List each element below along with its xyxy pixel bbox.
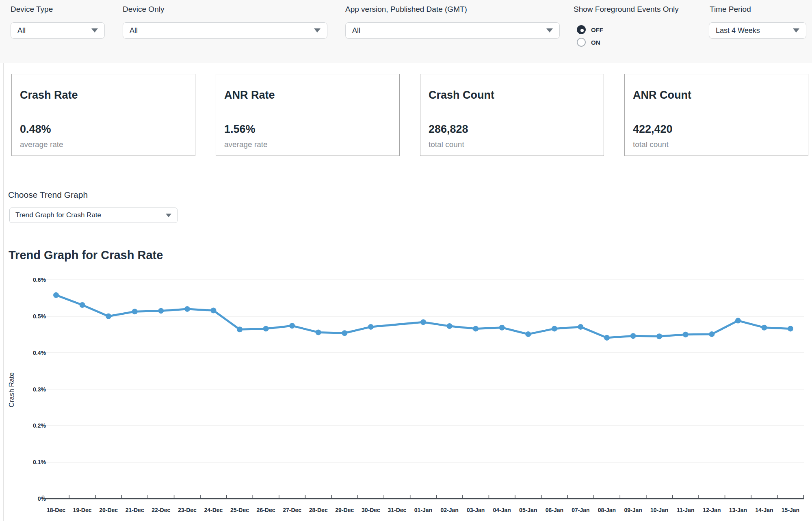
filter-bar: Device Type All Device Only All App vers… xyxy=(0,0,812,63)
y-tick-label: 0.6% xyxy=(33,277,46,283)
card-value: 1.56% xyxy=(224,123,256,136)
card-subtitle: total count xyxy=(429,140,464,149)
data-point[interactable] xyxy=(368,324,374,330)
x-tick-label: 22-Dec xyxy=(152,507,170,513)
data-point[interactable] xyxy=(158,308,164,313)
x-tick-label: 29-Dec xyxy=(335,507,354,513)
chevron-down-icon xyxy=(793,28,799,32)
card-title: Crash Rate xyxy=(20,89,78,102)
y-tick-label: 0.1% xyxy=(33,459,46,465)
x-tick-label: 19-Dec xyxy=(73,507,92,513)
x-tick-label: 02-Jan xyxy=(440,507,458,513)
data-point[interactable] xyxy=(80,302,85,308)
data-point[interactable] xyxy=(683,332,689,337)
data-point[interactable] xyxy=(263,326,269,331)
data-point[interactable] xyxy=(761,325,767,331)
foreground-on-radio[interactable]: ON xyxy=(577,38,600,47)
device-type-dropdown[interactable]: All xyxy=(11,22,105,39)
chevron-down-icon xyxy=(91,28,98,32)
chevron-down-icon xyxy=(166,214,171,217)
data-point[interactable] xyxy=(788,326,793,331)
radio-icon xyxy=(577,38,586,47)
x-tick-label: 18-Dec xyxy=(47,507,65,513)
x-tick-label: 01-Jan xyxy=(414,507,432,513)
time-period-dropdown[interactable]: Last 4 Weeks xyxy=(709,22,806,39)
x-tick-label: 13-Jan xyxy=(729,507,747,513)
data-point[interactable] xyxy=(656,333,662,339)
crash-rate-card: Crash Rate 0.48% average rate xyxy=(11,74,195,156)
device-type-value: All xyxy=(17,26,87,35)
x-tick-label: 24-Dec xyxy=(204,507,223,513)
data-point[interactable] xyxy=(630,333,636,339)
trend-chart-svg[interactable]: 0%0.1%0.2%0.3%0.4%0.5%0.6%18-Dec19-Dec20… xyxy=(0,268,812,521)
x-tick-label: 31-Dec xyxy=(388,507,406,513)
x-tick-label: 05-Jan xyxy=(519,507,537,513)
time-period-label: Time Period xyxy=(710,5,751,14)
y-tick-label: 0.2% xyxy=(33,422,46,429)
data-point[interactable] xyxy=(499,325,505,331)
foreground-off-label: OFF xyxy=(591,26,603,33)
card-title: ANR Count xyxy=(633,89,691,102)
chevron-down-icon xyxy=(314,28,320,32)
data-point[interactable] xyxy=(316,329,321,335)
trend-graph-select[interactable]: Trend Graph for Crash Rate xyxy=(9,208,178,223)
data-point[interactable] xyxy=(552,326,557,331)
y-tick-label: 0.5% xyxy=(33,313,46,320)
y-tick-label: 0.4% xyxy=(33,350,46,356)
x-tick-label: 03-Jan xyxy=(467,507,485,513)
data-point[interactable] xyxy=(210,308,216,313)
foreground-off-radio[interactable]: OFF xyxy=(577,25,603,34)
x-tick-label: 14-Jan xyxy=(755,507,773,513)
data-point[interactable] xyxy=(184,306,190,312)
card-subtitle: average rate xyxy=(20,140,63,149)
card-title: ANR Rate xyxy=(224,89,275,102)
device-only-label: Device Only xyxy=(123,5,164,14)
card-title: Crash Count xyxy=(429,89,494,102)
y-tick-label: 0.3% xyxy=(33,386,46,393)
data-point[interactable] xyxy=(525,331,531,337)
device-type-label: Device Type xyxy=(11,5,53,14)
x-tick-label: 26-Dec xyxy=(257,507,275,513)
x-tick-label: 30-Dec xyxy=(362,507,380,513)
data-point[interactable] xyxy=(735,318,741,324)
data-point[interactable] xyxy=(604,335,610,341)
x-tick-label: 21-Dec xyxy=(126,507,144,513)
anr-count-card: ANR Count 422,420 total count xyxy=(624,74,808,156)
card-value: 422,420 xyxy=(633,123,673,136)
app-version-dropdown[interactable]: All xyxy=(345,22,560,39)
x-tick-label: 28-Dec xyxy=(309,507,328,513)
data-point[interactable] xyxy=(53,292,59,298)
crash-count-card: Crash Count 286,828 total count xyxy=(420,74,604,156)
x-tick-label: 20-Dec xyxy=(99,507,118,513)
data-point[interactable] xyxy=(106,313,111,319)
x-tick-label: 06-Jan xyxy=(546,507,563,513)
card-value: 286,828 xyxy=(429,123,468,136)
x-tick-label: 10-Jan xyxy=(650,507,668,513)
app-version-value: All xyxy=(352,26,541,35)
data-point[interactable] xyxy=(447,323,453,329)
x-tick-label: 07-Jan xyxy=(572,507,589,513)
anr-rate-card: ANR Rate 1.56% average rate xyxy=(216,74,400,156)
time-period-value: Last 4 Weeks xyxy=(716,26,788,35)
trend-chart[interactable]: 0%0.1%0.2%0.3%0.4%0.5%0.6%18-Dec19-Dec20… xyxy=(0,268,812,521)
data-point[interactable] xyxy=(132,309,138,314)
device-only-dropdown[interactable]: All xyxy=(123,22,327,39)
x-tick-label: 25-Dec xyxy=(230,507,249,513)
foreground-events-label: Show Foreground Events Only xyxy=(574,5,679,14)
x-tick-label: 12-Jan xyxy=(703,507,721,513)
data-point[interactable] xyxy=(342,330,347,336)
foreground-on-label: ON xyxy=(591,39,600,46)
chevron-down-icon xyxy=(546,28,553,32)
data-point[interactable] xyxy=(289,323,295,329)
data-point[interactable] xyxy=(420,319,426,325)
x-tick-label: 11-Jan xyxy=(677,507,695,513)
card-subtitle: average rate xyxy=(224,140,268,149)
card-value: 0.48% xyxy=(20,123,51,136)
data-point[interactable] xyxy=(473,326,479,331)
y-axis-title: Crash Rate xyxy=(8,372,15,407)
data-point[interactable] xyxy=(578,324,583,330)
data-point[interactable] xyxy=(709,331,715,337)
x-tick-label: 27-Dec xyxy=(283,507,301,513)
x-tick-label: 04-Jan xyxy=(493,507,511,513)
data-point[interactable] xyxy=(237,326,243,332)
